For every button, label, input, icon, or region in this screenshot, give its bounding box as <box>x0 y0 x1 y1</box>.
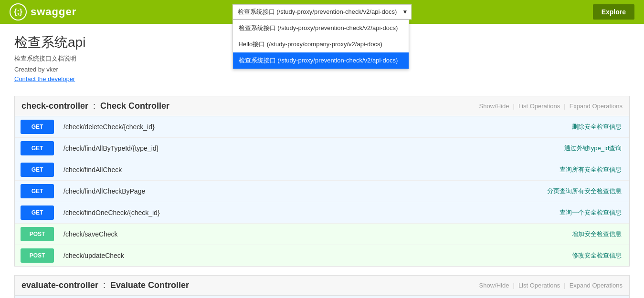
logo: {;} swagger <box>10 3 76 21</box>
contact-link[interactable]: Contact the developer <box>14 75 75 82</box>
method-badge[interactable]: GET <box>21 206 54 220</box>
method-badge[interactable]: POST <box>21 248 54 263</box>
evaluate-list-operations[interactable]: List Operations <box>518 282 560 289</box>
method-badge[interactable]: GET <box>21 141 54 155</box>
header: {;} swagger 检查系统接口 (/study-proxy/prevent… <box>0 0 644 24</box>
evaluate-show-hide[interactable]: Show/Hide <box>479 282 509 289</box>
operation-description: 查询一个安全检查信息 <box>560 208 629 217</box>
evaluate-controller-title: evaluate-controller : Evaluate Controlle… <box>21 280 189 290</box>
operation-description: 通过外键type_id查询 <box>564 144 629 153</box>
evaluate-expand-operations[interactable]: Expand Operations <box>570 282 623 289</box>
operation-path: /check/findAllCheckByPage <box>60 187 547 195</box>
operation-path: /check/findOneCheck/{check_id} <box>60 209 560 216</box>
api-selector-area: 检查系统接口 (/study-proxy/prevention-check/v2… <box>232 4 412 20</box>
swagger-logo-icon: {;} <box>10 3 27 21</box>
operation-description: 删除安全检查信息 <box>572 123 629 131</box>
explore-button[interactable]: Explore <box>593 4 634 20</box>
operation-description: 增加安全检查信息 <box>572 230 629 238</box>
check-controller-section: check-controller : Check Controller Show… <box>14 96 630 267</box>
check-show-hide[interactable]: Show/Hide <box>479 103 509 110</box>
operation-path: /check/findAllCheck <box>60 166 560 174</box>
check-list-operations[interactable]: List Operations <box>518 103 560 110</box>
operation-path: /check/saveCheck <box>60 230 572 238</box>
operation-description: 修改安全检查信息 <box>572 251 629 260</box>
table-row: GET/check/findAllCheckByPage分页查询所有安全检查信息 <box>15 181 629 202</box>
method-badge[interactable]: GET <box>21 184 54 198</box>
dropdown-option-1[interactable]: Hello接口 (/study-proxy/company-proxy/v2/a… <box>233 36 409 52</box>
table-row: GET/check/findAllByTypeId/{type_id}通过外键t… <box>15 138 629 159</box>
dropdown-arrow-icon: ▼ <box>402 9 408 15</box>
api-selector-value: 检查系统接口 (/study-proxy/prevention-check/v2… <box>238 8 397 15</box>
method-badge[interactable]: GET <box>21 163 54 177</box>
dropdown-option-2[interactable]: 检查系统接口 (/study-proxy/prevention-check/v2… <box>233 52 409 69</box>
evaluate-controller-section: evaluate-controller : Evaluate Controlle… <box>14 275 630 298</box>
check-controller-actions: Show/Hide | List Operations | Expand Ope… <box>479 103 623 110</box>
api-dropdown-menu: 检查系统接口 (/study-proxy/prevention-check/v2… <box>232 20 409 69</box>
method-badge[interactable]: POST <box>21 227 54 241</box>
check-controller-header: check-controller : Check Controller Show… <box>15 96 629 116</box>
evaluate-controller-header: evaluate-controller : Evaluate Controlle… <box>15 276 629 296</box>
api-selector-wrapper: 检查系统接口 (/study-proxy/prevention-check/v2… <box>232 4 412 20</box>
check-expand-operations[interactable]: Expand Operations <box>570 103 623 110</box>
table-row: GET/check/findAllCheck查询所有安全检查信息 <box>15 159 629 181</box>
table-row: POST/check/updateCheck修改安全检查信息 <box>15 245 629 266</box>
operation-description: 分页查询所有安全检查信息 <box>547 187 629 195</box>
table-row: GET/check/deleteCheck/{check_id}删除安全检查信息 <box>15 116 629 138</box>
operation-description: 查询所有安全检查信息 <box>560 165 629 174</box>
api-selector-display[interactable]: 检查系统接口 (/study-proxy/prevention-check/v2… <box>232 4 412 20</box>
operation-path: /check/updateCheck <box>60 252 572 259</box>
table-row: GET/evaluate/deleteEvaluate/{evaluate_id… <box>15 296 629 298</box>
table-row: GET/check/findOneCheck/{check_id}查询一个安全检… <box>15 202 629 224</box>
check-controller-body: GET/check/deleteCheck/{check_id}删除安全检查信息… <box>15 116 629 266</box>
swagger-logo-text: swagger <box>31 6 76 18</box>
operation-path: /check/deleteCheck/{check_id} <box>60 123 572 131</box>
evaluate-controller-body: GET/evaluate/deleteEvaluate/{evaluate_id… <box>15 296 629 298</box>
check-controller-title: check-controller : Check Controller <box>21 101 169 111</box>
method-badge[interactable]: GET <box>21 120 54 134</box>
evaluate-controller-actions: Show/Hide | List Operations | Expand Ope… <box>479 282 623 289</box>
table-row: POST/check/saveCheck增加安全检查信息 <box>15 224 629 245</box>
dropdown-option-0[interactable]: 检查系统接口 (/study-proxy/prevention-check/v2… <box>233 20 409 36</box>
operation-path: /check/findAllByTypeId/{type_id} <box>60 144 564 152</box>
